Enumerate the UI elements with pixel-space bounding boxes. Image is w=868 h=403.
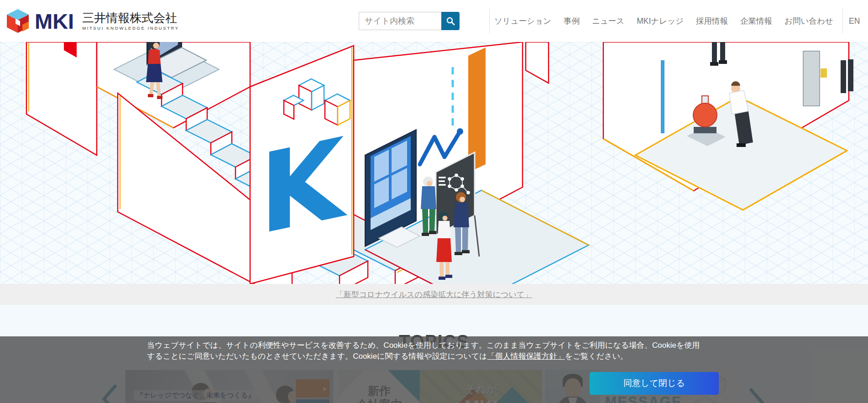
site-header: MKI 三井情報株式会社 MITSUI KNOWLEDGE INDUSTRY ソ… [0, 0, 868, 42]
cookie-line2-before: することにご同意いただいたものとさせていただきます。Cookieに関する情報や設… [147, 352, 487, 361]
logo-company-block: 三井情報株式会社 MITSUI KNOWLEDGE INDUSTRY [82, 11, 179, 31]
hero-illustration: K [0, 42, 868, 284]
nav-item-cases[interactable]: 事例 [564, 16, 580, 26]
search-button[interactable] [441, 12, 460, 30]
covid-notice-link[interactable]: 「新型コロナウイルスの感染拡大に伴う対策について」 [336, 289, 533, 300]
cookie-accept-button[interactable]: 同意して閉じる [590, 372, 719, 395]
mki-cube-icon [6, 9, 29, 33]
nav-item-contact[interactable]: お問い合わせ [784, 16, 833, 26]
cookie-consent-overlay: 当ウェブサイトでは、サイトの利便性やサービスを改善するため、Cookieを使用し… [0, 336, 868, 403]
notice-bar: 「新型コロナウイルスの感染拡大に伴う対策について」 [0, 284, 868, 305]
logo-company-name: 三井情報株式会社 [82, 11, 179, 25]
hero-banner: K [0, 42, 868, 284]
hero-letter-k: K [259, 113, 348, 259]
search-icon [446, 16, 455, 26]
cookie-consent-text: 当ウェブサイトでは、サイトの利便性やサービスを改善するため、Cookieを使用し… [147, 340, 700, 362]
header-divider-right [842, 9, 843, 33]
search-input[interactable] [359, 12, 441, 30]
nav-item-recruit[interactable]: 採用情報 [696, 16, 728, 26]
cookie-text-line2: することにご同意いただいたものとさせていただきます。Cookieに関する情報や設… [147, 351, 700, 362]
nav-item-solution[interactable]: ソリューション [494, 16, 551, 26]
header-divider-left [489, 9, 490, 33]
logo-company-name-en: MITSUI KNOWLEDGE INDUSTRY [82, 26, 179, 31]
main-nav: ソリューション 事例 ニュース MKIナレッジ 採用情報 企業情報 お問い合わせ [494, 0, 833, 42]
cookie-text-line1: 当ウェブサイトでは、サイトの利便性やサービスを改善するため、Cookieを使用し… [147, 340, 700, 351]
site-logo[interactable]: MKI 三井情報株式会社 MITSUI KNOWLEDGE INDUSTRY [6, 0, 179, 42]
privacy-policy-link[interactable]: 「個人情報保護方針」 [487, 352, 565, 361]
nav-item-mki-knowledge[interactable]: MKIナレッジ [637, 16, 684, 26]
logo-mki-text: MKI [35, 10, 74, 32]
lang-switch-en[interactable]: EN [849, 0, 860, 42]
nav-item-corporate[interactable]: 企業情報 [740, 16, 772, 26]
site-search [359, 12, 460, 30]
nav-item-news[interactable]: ニュース [592, 16, 624, 26]
cookie-line2-after: をご覧ください。 [565, 352, 628, 361]
